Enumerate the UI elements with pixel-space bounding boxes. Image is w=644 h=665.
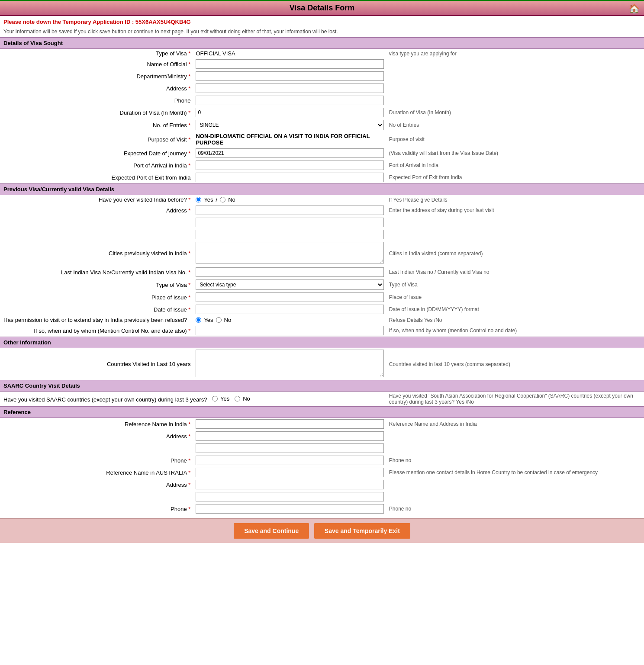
footer-bar: Save and Continue Save and Temporarily E… — [0, 518, 644, 543]
saarc-row: Have you visited SAARC countries (except… — [0, 392, 644, 406]
place-of-issue-input[interactable] — [196, 292, 383, 302]
ref-phone-aus-row: Phone * Phone no — [0, 503, 644, 515]
ref-phone-aus-input[interactable] — [196, 504, 383, 514]
refused-no-radio[interactable] — [216, 317, 222, 323]
other-info-table: Countries Visited in Last 10 years Count… — [0, 348, 644, 380]
prev-address-row3 — [0, 228, 644, 241]
expected-date-label: Expected Date of journey * — [0, 147, 193, 159]
refused-label: Has permission to visit or to extend sta… — [0, 315, 193, 324]
no-of-entries-row: No. of Entries * SINGLE DOUBLE MULTIPLE … — [0, 119, 644, 132]
refused-no-label: No — [224, 317, 232, 323]
countries-visited-textarea[interactable] — [196, 350, 383, 377]
place-of-issue-row: Place of Issue * Place of Issue — [0, 291, 644, 303]
ref-name-india-input[interactable] — [196, 419, 383, 429]
prev-address-row1: Address * Enter the address of stay duri… — [0, 204, 644, 216]
ref-address-aus-input2[interactable] — [196, 492, 383, 501]
visited-no-label: No — [228, 196, 235, 203]
name-of-official-row: Name of Official * — [0, 58, 644, 70]
ref-address-aus-row2 — [0, 491, 644, 503]
ref-phone-india-input[interactable] — [196, 456, 383, 465]
last-visa-no-label: Last Indian Visa No/Currently valid Indi… — [0, 266, 193, 278]
expected-date-row: Expected Date of journey * (Visa validit… — [0, 147, 644, 159]
address-input[interactable] — [196, 84, 383, 93]
type-of-visa-row: Type of Visa * OFFICIAL VISA visa type y… — [0, 49, 644, 58]
visa-type-select[interactable]: Select visa type Tourist Business Medica… — [196, 279, 383, 290]
reference-table: Reference Name in India * Reference Name… — [0, 418, 644, 515]
prev-address-hint: Enter the address of stay during your la… — [386, 204, 644, 216]
save-continue-button[interactable]: Save and Continue — [234, 523, 309, 539]
ref-name-aus-row: Reference Name in AUSTRALIA * Please men… — [0, 466, 644, 479]
ref-phone-aus-hint: Phone no — [386, 503, 644, 515]
refused-hint: Refuse Details Yes /No — [386, 315, 644, 324]
port-exit-label: Expected Port of Exit from India — [0, 171, 193, 183]
details-of-visa-table: Type of Visa * OFFICIAL VISA visa type y… — [0, 49, 644, 183]
date-of-issue-row: Date of Issue * Date of Issue in (DD/MM/… — [0, 303, 644, 315]
ref-phone-india-row: Phone * Phone no — [0, 454, 644, 466]
cities-row: Cities previously visited in India * Cit… — [0, 241, 644, 266]
cities-textarea[interactable] — [196, 242, 383, 263]
department-ministry-row: Department/Ministry * — [0, 70, 644, 82]
visa-type-hint: Type of Visa — [386, 278, 644, 291]
phone-input[interactable] — [196, 96, 383, 105]
prev-address-input1[interactable] — [196, 206, 383, 215]
visited-before-row: Have you ever visited India before? * Ye… — [0, 195, 644, 204]
section-saarc: SAARC Country Visit Details — [0, 380, 644, 392]
last-visa-no-input[interactable] — [196, 267, 383, 277]
ref-phone-india-label: Phone * — [0, 454, 193, 466]
visited-no-radio[interactable] — [220, 197, 225, 202]
name-of-official-label: Name of Official * — [0, 58, 193, 70]
ref-address-aus-input1[interactable] — [196, 480, 383, 489]
department-ministry-input[interactable] — [196, 71, 383, 81]
visa-type-label: Type of Visa * — [0, 278, 193, 291]
refused-yes-radio[interactable] — [196, 317, 201, 323]
refused-details-hint: If so, when and by whom (mention Control… — [386, 324, 644, 337]
duration-input[interactable] — [196, 108, 383, 117]
page-title: Visa Details Form — [290, 3, 355, 12]
port-exit-input[interactable] — [196, 173, 383, 182]
ref-name-aus-input[interactable] — [196, 468, 383, 477]
ref-name-india-hint: Reference Name and Address in India — [386, 418, 644, 430]
saarc-radio-group: Yes No — [212, 395, 250, 402]
ref-name-aus-hint: Please mention one contact details in Ho… — [386, 466, 644, 479]
section-details-of-visa: Details of Visa Sought — [0, 37, 644, 49]
ref-address-india-row2 — [0, 442, 644, 454]
ref-phone-india-hint: Phone no — [386, 454, 644, 466]
saarc-yes-radio[interactable] — [212, 396, 218, 402]
ref-address-india-input2[interactable] — [196, 443, 383, 453]
home-icon[interactable]: 🏠 — [629, 3, 640, 14]
refused-details-input[interactable] — [196, 326, 383, 335]
duration-label: Duration of Visa (In Month) * — [0, 106, 193, 119]
cities-hint: Cities in India visited (comma separated… — [386, 241, 644, 266]
ref-address-india-input1[interactable] — [196, 431, 383, 441]
countries-visited-hint: Countries visited in last 10 years (comm… — [386, 348, 644, 380]
visited-yes-radio[interactable] — [196, 197, 201, 202]
prev-address-row2 — [0, 216, 644, 228]
date-of-issue-input[interactable] — [196, 305, 383, 314]
no-of-entries-select[interactable]: SINGLE DOUBLE MULTIPLE — [196, 120, 383, 130]
no-of-entries-hint: No of Entries — [386, 119, 644, 132]
prev-address-input2[interactable] — [196, 218, 383, 227]
ref-address-india-label: Address * — [0, 430, 193, 442]
refused-radio-group: Yes No — [196, 317, 383, 323]
duration-hint: Duration of Visa (In Month) — [386, 106, 644, 119]
save-exit-button[interactable]: Save and Temporarily Exit — [314, 523, 410, 539]
countries-visited-label: Countries Visited in Last 10 years — [0, 348, 193, 380]
saarc-no-radio[interactable] — [235, 396, 240, 402]
ref-name-india-label: Reference Name in India * — [0, 418, 193, 430]
port-arrival-input[interactable] — [196, 161, 383, 170]
cities-label: Cities previously visited in India * — [0, 241, 193, 266]
purpose-label: Purpose of Visit * — [0, 132, 193, 147]
prev-address-input3[interactable] — [196, 230, 383, 239]
section-other-info: Other Information — [0, 337, 644, 348]
prev-address-label: Address * — [0, 204, 193, 216]
address-row: Address * — [0, 82, 644, 94]
port-arrival-hint: Port of Arrival in India — [386, 159, 644, 171]
department-ministry-label: Department/Ministry * — [0, 70, 193, 82]
no-of-entries-label: No. of Entries * — [0, 119, 193, 132]
date-of-issue-hint: Date of Issue in (DD/MM/YYYY) format — [386, 303, 644, 315]
port-arrival-label: Port of Arrival in India * — [0, 159, 193, 171]
ref-name-aus-label: Reference Name in AUSTRALIA * — [0, 466, 193, 479]
name-of-official-input[interactable] — [196, 59, 383, 69]
expected-date-input[interactable] — [196, 148, 383, 158]
ref-name-india-row: Reference Name in India * Reference Name… — [0, 418, 644, 430]
